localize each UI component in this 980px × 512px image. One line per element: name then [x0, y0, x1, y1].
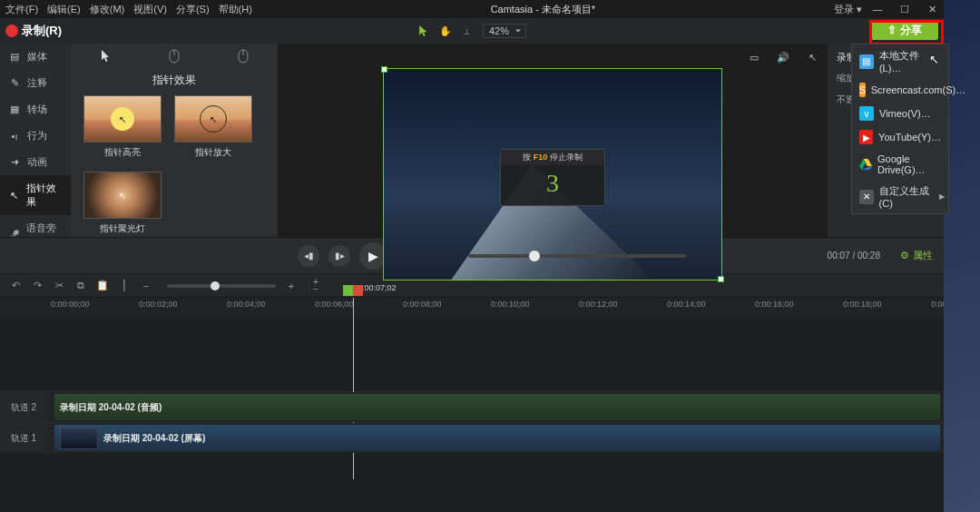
arrow-icon: ↖	[210, 114, 217, 124]
effect-thumb-highlight[interactable]: ↖ 指针高亮	[83, 95, 162, 159]
record-label: 录制(R)	[22, 23, 62, 39]
sidebar-item-behaviors[interactable]: •ı行为	[0, 123, 71, 149]
effects-title: 指针效果	[71, 69, 278, 95]
menu-label: Screencast.com(S)…	[871, 84, 966, 95]
share-menu-custom[interactable]: ✕自定义生成(C)▶	[852, 180, 948, 213]
chevron-right-icon: ▶	[939, 192, 945, 201]
edit-pointer-icon[interactable]: ↖	[804, 49, 820, 65]
zoom-out-icon[interactable]: −	[140, 280, 152, 292]
redo-icon[interactable]: ↷	[31, 280, 44, 292]
film-icon: ▤	[7, 51, 22, 63]
record-button[interactable]: 录制(R)	[0, 23, 62, 39]
transition-icon: ▦	[7, 103, 22, 115]
audio-clip[interactable]: 录制日期 20-04-02 (音频)	[54, 394, 940, 420]
menu-modify[interactable]: 修改(M)	[90, 3, 125, 16]
menu-share[interactable]: 分享(S)	[176, 3, 210, 16]
video-clip[interactable]: 录制日期 20-04-02 (屏幕)	[54, 425, 940, 451]
split-icon[interactable]: ⎮	[118, 280, 131, 292]
preview-canvas[interactable]: 按 F10 停止录制 3	[384, 69, 721, 280]
desktop-background	[944, 0, 980, 512]
ruler-tick: 0:00:16;00	[755, 300, 794, 309]
drive-icon	[859, 157, 872, 172]
share-menu-youtube[interactable]: ▶YouTube(Y)…	[852, 125, 948, 149]
track-row: 轨道 1 录制日期 20-04-02 (屏幕)	[0, 422, 944, 453]
effects-tab-left-click[interactable]	[147, 46, 201, 66]
share-button[interactable]: ⇧ 分享	[871, 20, 938, 40]
play-slider[interactable]	[468, 254, 686, 258]
canvas-area: ▭ 🔊 ↖ 按 F10 停止录制 3	[278, 44, 828, 237]
screencast-icon: S	[859, 83, 866, 97]
effect-label: 指针放大	[174, 146, 252, 159]
undo-icon[interactable]: ↶	[9, 280, 22, 292]
countdown-number: 3	[501, 165, 604, 205]
sidebar-item-animations[interactable]: ➜动画	[0, 149, 71, 175]
menu-file[interactable]: 文件(F)	[5, 3, 38, 16]
sidebar-item-label: 媒体	[27, 50, 47, 64]
sidebar-item-cursor-effects[interactable]: ↖指针效果	[0, 175, 71, 215]
clip-thumbnail	[60, 428, 98, 449]
share-menu-screencast[interactable]: SScreencast.com(S)…	[852, 78, 948, 102]
ruler-tick: 0:00:10;00	[491, 300, 530, 309]
share-icon: ⇧	[887, 24, 897, 36]
share-menu-google-drive[interactable]: Google Drive(G)…	[852, 149, 948, 180]
cut-icon[interactable]: ✂	[53, 280, 65, 292]
maximize-button[interactable]: ☐	[898, 4, 911, 15]
gear-icon: ⚙	[900, 250, 909, 261]
ruler-tick: 0:00:14;00	[667, 300, 706, 309]
timeline-ruler[interactable]: 0:00:07;02 0:00:00;000:00:02;000:00:04;0…	[0, 297, 944, 319]
ruler-tick: 0:00:12;00	[579, 300, 618, 309]
close-button[interactable]: ✕	[926, 4, 938, 15]
detach-canvas-icon[interactable]: ▭	[746, 49, 762, 65]
clip-label: 录制日期 20-04-02 (音频)	[60, 401, 162, 414]
hand-tool-icon[interactable]: ✋	[439, 25, 452, 37]
paste-icon[interactable]: 📋	[96, 280, 109, 292]
pointer-tool-icon[interactable]	[417, 25, 430, 37]
properties-label: 属性	[913, 249, 933, 262]
step-back-button[interactable]: ▮▸	[328, 245, 350, 267]
menu-label: 自定义生成(C)	[879, 184, 941, 209]
timeline-zoom-slider[interactable]	[167, 284, 276, 288]
arrow-icon: ↖	[119, 191, 126, 201]
copy-icon[interactable]: ⧉	[74, 280, 87, 292]
minimize-button[interactable]: —	[871, 4, 884, 15]
sidebar-item-label: 指针效果	[26, 182, 64, 209]
menu-view[interactable]: 视图(V)	[133, 3, 167, 16]
share-menu: ▤本地文件(L)… SScreencast.com(S)… vVimeo(V)……	[851, 44, 949, 214]
menu-edit[interactable]: 编辑(E)	[47, 3, 81, 16]
note-icon: ✎	[7, 77, 22, 89]
effect-thumb-spotlight[interactable]: ↖ 指针聚光灯	[83, 172, 162, 235]
overlay-text: 停止录制	[550, 153, 583, 162]
effect-thumb-magnify[interactable]: ↖ 指针放大	[174, 95, 252, 159]
tools-icon: ✕	[859, 190, 874, 204]
login-link[interactable]: 登录 ▾	[834, 3, 862, 16]
window-title: Camtasia - 未命名项目*	[261, 3, 825, 16]
share-menu-local-file[interactable]: ▤本地文件(L)…	[852, 44, 948, 78]
current-time: 00:07	[828, 251, 850, 261]
properties-toggle[interactable]: ⚙ 属性	[900, 249, 933, 262]
sidebar-item-annotations[interactable]: ✎注释	[0, 70, 71, 96]
sidebar-item-media[interactable]: ▤媒体	[0, 44, 71, 70]
share-menu-vimeo[interactable]: vVimeo(V)…	[852, 102, 948, 125]
overlay-text: 按	[523, 153, 531, 162]
play-button[interactable]: ▶	[359, 242, 387, 270]
menu-help[interactable]: 帮助(H)	[219, 3, 252, 16]
sidebar-item-transitions[interactable]: ▦转场	[0, 96, 71, 123]
cursor-icon: ↖	[7, 190, 21, 202]
effects-tab-right-click[interactable]	[216, 46, 270, 66]
track-add-remove[interactable]: +−	[309, 279, 318, 293]
crop-tool-icon[interactable]: ⟂	[461, 25, 474, 37]
zoom-in-icon[interactable]: +	[285, 280, 298, 292]
track-row: 轨道 2 录制日期 20-04-02 (音频)	[0, 391, 944, 422]
audio-icon[interactable]: 🔊	[775, 49, 791, 65]
vimeo-icon: v	[859, 106, 874, 121]
track-label[interactable]: 轨道 2	[0, 392, 47, 422]
zoom-select[interactable]: 42%	[483, 24, 526, 38]
effects-tab-pointer[interactable]	[78, 46, 132, 66]
track-label[interactable]: 轨道 1	[0, 423, 47, 453]
playhead-marker[interactable]	[343, 285, 363, 296]
sidebar-item-label: 行为	[27, 129, 47, 143]
clip-label: 录制日期 20-04-02 (屏幕)	[103, 432, 205, 445]
sidebar-item-label: 动画	[27, 155, 47, 169]
ruler-tick: 0:00:06;00	[315, 300, 354, 309]
prev-clip-button[interactable]: ◂▮	[298, 245, 319, 267]
